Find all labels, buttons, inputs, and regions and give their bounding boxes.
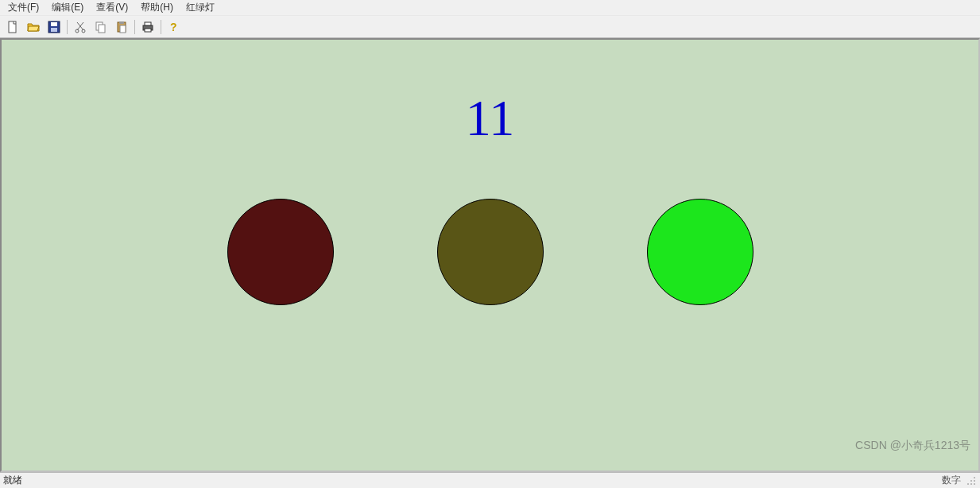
save-icon	[48, 21, 60, 33]
toolbar-separator	[134, 20, 135, 34]
svg-rect-11	[119, 21, 124, 24]
menubar: 文件(F) 编辑(E) 查看(V) 帮助(H) 红绿灯	[0, 0, 980, 16]
svg-rect-0	[9, 21, 16, 33]
save-button[interactable]	[45, 18, 64, 36]
svg-rect-3	[51, 28, 57, 32]
svg-text:?: ?	[170, 21, 177, 33]
timer-display: 11	[466, 89, 515, 148]
svg-rect-21	[970, 483, 972, 485]
svg-rect-22	[974, 483, 975, 485]
copy-icon	[95, 21, 107, 33]
resize-grip-icon[interactable]	[966, 475, 977, 486]
svg-rect-17	[974, 477, 975, 478]
statusbar: 就绪 数字	[0, 472, 980, 488]
watermark-text: CSDN @小奇兵1213号	[855, 439, 970, 453]
svg-rect-14	[145, 22, 151, 25]
cut-button[interactable]	[71, 18, 90, 36]
print-button[interactable]	[138, 18, 157, 36]
print-icon	[141, 21, 154, 33]
toolbar: ?	[0, 16, 980, 38]
light-yellow	[437, 199, 544, 305]
open-button[interactable]	[24, 18, 43, 36]
traffic-lights	[2, 199, 978, 305]
canvas-area: 11 CSDN @小奇兵1213号	[0, 38, 980, 472]
paste-icon	[115, 21, 128, 33]
svg-rect-18	[970, 480, 972, 482]
status-ready: 就绪	[3, 474, 22, 487]
toolbar-separator	[67, 20, 68, 34]
toolbar-separator	[161, 20, 161, 34]
about-button[interactable]: ?	[165, 18, 184, 36]
help-icon: ?	[168, 21, 180, 33]
menu-file[interactable]: 文件(F)	[5, 1, 42, 14]
svg-rect-2	[51, 22, 57, 26]
copy-button[interactable]	[91, 18, 110, 36]
status-mode: 数字	[942, 474, 961, 487]
menu-traffic-light[interactable]: 红绿灯	[183, 1, 218, 14]
svg-rect-19	[974, 480, 975, 482]
svg-rect-20	[967, 483, 969, 485]
svg-rect-12	[120, 25, 126, 33]
light-green	[647, 199, 753, 305]
menu-help[interactable]: 帮助(H)	[138, 1, 176, 14]
menu-edit[interactable]: 编辑(E)	[48, 1, 87, 14]
svg-rect-9	[99, 25, 105, 33]
light-red	[227, 199, 334, 305]
open-icon	[27, 21, 40, 33]
menu-view[interactable]: 查看(V)	[93, 1, 131, 14]
svg-rect-15	[145, 29, 151, 32]
new-button[interactable]	[3, 18, 22, 36]
paste-button[interactable]	[112, 18, 131, 36]
cut-icon	[74, 21, 87, 33]
new-icon	[6, 21, 19, 33]
